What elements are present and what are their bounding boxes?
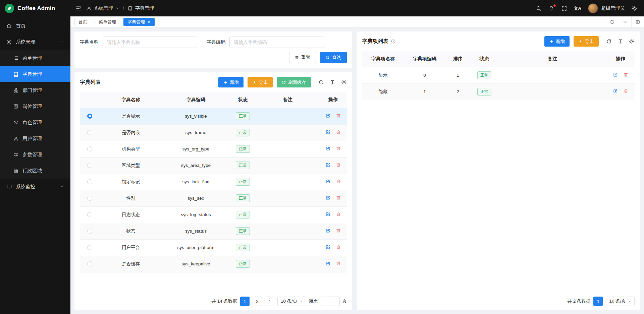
column-size-icon[interactable]	[618, 39, 623, 44]
sidebar-item-home[interactable]: 首页	[0, 18, 70, 34]
delete-icon[interactable]	[336, 244, 341, 250]
info-icon[interactable]	[391, 39, 396, 44]
row-radio[interactable]	[87, 130, 92, 135]
delete-icon[interactable]	[623, 72, 629, 77]
edit-icon[interactable]	[325, 261, 331, 266]
sidebar-item-menu-mgmt[interactable]: 菜单管理	[0, 50, 70, 66]
table-row[interactable]: 是否缓存 sys_keepalive 正常	[80, 256, 347, 272]
notification-bell[interactable]	[548, 5, 554, 11]
add-item-button[interactable]: 新增	[544, 36, 570, 47]
export-item-button[interactable]: 导出	[574, 36, 599, 47]
edit-icon[interactable]	[325, 113, 331, 118]
delete-icon[interactable]	[336, 179, 341, 184]
table-row[interactable]: 状态 sys_status 正常	[80, 223, 347, 239]
sidebar-fold-icon[interactable]	[75, 5, 82, 11]
delete-icon[interactable]	[336, 261, 341, 266]
sidebar-item-region[interactable]: 行政区域	[0, 163, 70, 179]
add-dict-button[interactable]: 新增	[218, 77, 244, 87]
query-button[interactable]: 查询	[320, 52, 347, 63]
page-size-select[interactable]: 10 条/页	[606, 297, 635, 306]
status-badge: 正常	[236, 129, 250, 136]
dict-code-input[interactable]	[229, 37, 324, 48]
edit-icon[interactable]	[325, 129, 331, 135]
row-radio[interactable]	[87, 261, 92, 266]
page-size-select[interactable]: 10 条/页	[277, 297, 306, 306]
delete-icon[interactable]	[336, 162, 341, 168]
sidebar-item-dict-mgmt[interactable]: 字典管理	[0, 66, 70, 82]
tab-options-chevron-icon[interactable]	[619, 16, 631, 27]
tab-dict-mgmt[interactable]: 字典管理	[123, 18, 155, 26]
table-row[interactable]: 性别 sys_sex 正常	[80, 190, 347, 206]
sidebar-item-monitor[interactable]: 系统监控	[0, 179, 70, 195]
table-row[interactable]: 是否显示 sys_visible 正常	[80, 108, 347, 124]
refresh-cache-button[interactable]: 刷新缓存	[277, 77, 311, 87]
table-row[interactable]: 是否内嵌 sys_frame 正常	[80, 124, 347, 141]
sidebar-item-system[interactable]: 系统管理	[0, 34, 70, 50]
refresh-table-icon[interactable]	[606, 39, 612, 44]
user-menu[interactable]: 超级管理员	[588, 3, 625, 13]
edit-icon[interactable]	[325, 179, 331, 184]
table-row[interactable]: 日志状态 sys_log_status 正常	[80, 206, 347, 223]
table-row[interactable]: 隐藏 1 2 正常	[362, 83, 635, 100]
delete-icon[interactable]	[336, 195, 341, 200]
settings-gear-icon[interactable]	[631, 5, 637, 11]
table-row[interactable]: 机构类型 sys_org_type 正常	[80, 141, 347, 157]
delete-icon[interactable]	[336, 146, 341, 151]
layout-toggle-icon[interactable]	[631, 16, 644, 27]
row-radio[interactable]	[87, 196, 92, 201]
edit-icon[interactable]	[325, 211, 331, 217]
reset-button[interactable]: 重置	[289, 52, 316, 63]
refresh-page-icon[interactable]	[606, 16, 619, 27]
delete-icon[interactable]	[336, 129, 341, 135]
table-row[interactable]: 用户平台 sys_user_platform 正常	[80, 239, 347, 256]
avatar	[588, 3, 598, 13]
search-icon[interactable]	[536, 5, 542, 11]
next-page-button[interactable]	[265, 297, 274, 306]
sidebar-item-role-mgmt[interactable]: 角色管理	[0, 114, 70, 130]
jump-page-input[interactable]	[321, 297, 340, 306]
sidebar-item-user-mgmt[interactable]: 用户管理	[0, 130, 70, 146]
delete-icon[interactable]	[336, 113, 341, 118]
edit-icon[interactable]	[325, 195, 331, 200]
row-radio[interactable]	[87, 114, 92, 119]
row-radio[interactable]	[87, 146, 92, 151]
sidebar-item-param-mgmt[interactable]: 参数管理	[0, 146, 70, 163]
breadcrumb-root[interactable]: 系统管理	[94, 5, 113, 11]
delete-icon[interactable]	[336, 228, 341, 233]
tab-menu-mgmt[interactable]: 菜单管理	[95, 18, 120, 26]
page-button-1[interactable]: 1	[240, 297, 250, 306]
row-radio[interactable]	[87, 245, 92, 250]
edit-icon[interactable]	[325, 146, 331, 151]
cell-dict-name: 是否内嵌	[99, 124, 162, 141]
tab-home[interactable]: 首页	[74, 18, 91, 26]
edit-icon[interactable]	[325, 162, 331, 168]
close-icon[interactable]	[147, 20, 151, 24]
edit-icon[interactable]	[325, 228, 331, 233]
edit-icon[interactable]	[613, 88, 618, 94]
refresh-icon	[281, 80, 286, 85]
delete-icon[interactable]	[623, 88, 629, 94]
delete-icon[interactable]	[336, 211, 341, 217]
row-radio[interactable]	[87, 179, 92, 184]
column-size-icon[interactable]	[330, 79, 335, 85]
edit-icon[interactable]	[613, 72, 618, 77]
row-radio[interactable]	[87, 212, 92, 217]
table-row[interactable]: 区域类型 sys_area_type 正常	[80, 157, 347, 174]
row-radio[interactable]	[87, 229, 92, 234]
table-settings-icon[interactable]	[629, 39, 635, 44]
fullscreen-icon[interactable]	[561, 5, 567, 11]
row-radio[interactable]	[87, 163, 92, 168]
edit-icon[interactable]	[325, 244, 331, 250]
page-button-2[interactable]: 2	[253, 297, 262, 306]
table-settings-icon[interactable]	[341, 79, 347, 85]
refresh-table-icon[interactable]	[318, 79, 324, 85]
export-dict-button[interactable]: 导出	[248, 77, 273, 87]
page-button-1[interactable]: 1	[593, 297, 603, 306]
dict-name-input[interactable]	[103, 37, 197, 48]
user-name: 超级管理员	[601, 5, 625, 11]
table-row[interactable]: 显示 0 1 正常	[362, 67, 635, 83]
translate-icon[interactable]: 文A	[574, 5, 581, 11]
sidebar-item-post-mgmt[interactable]: 岗位管理	[0, 98, 70, 114]
sidebar-item-dept-mgmt[interactable]: 部门管理	[0, 82, 70, 98]
table-row[interactable]: 锁定标记 sys_lock_flag 正常	[80, 174, 347, 190]
